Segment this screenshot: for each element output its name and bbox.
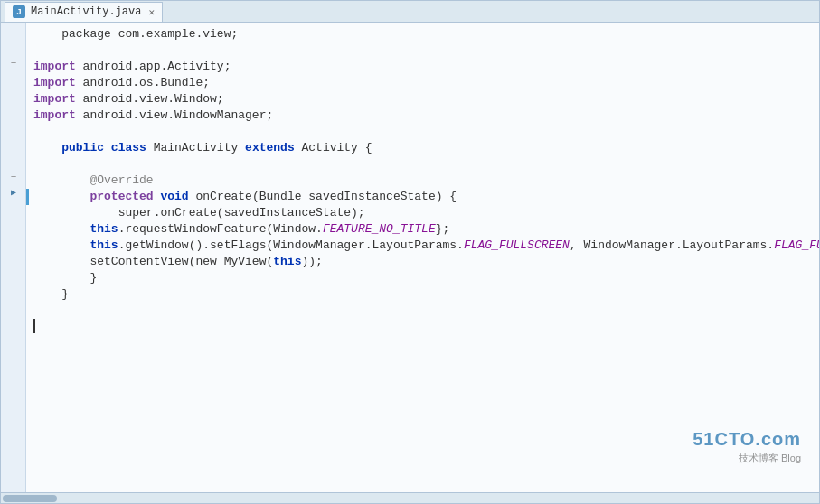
code-token: android.os.Bundle; xyxy=(76,75,210,91)
code-token: }; xyxy=(436,221,450,238)
scrollbar-thumb[interactable] xyxy=(3,495,57,502)
code-token: android.view.WindowManager; xyxy=(76,107,273,124)
gutter-item xyxy=(1,71,26,88)
code-token: import xyxy=(33,59,76,75)
code-token: extends xyxy=(245,140,295,156)
code-indent xyxy=(33,286,61,303)
code-editor[interactable]: −−▶ package com.example.view;import andr… xyxy=(1,23,819,492)
code-indent xyxy=(33,221,90,238)
code-token: void xyxy=(160,189,188,205)
code-token xyxy=(104,140,111,156)
code-area[interactable]: package com.example.view;import android.… xyxy=(26,23,819,492)
watermark-main-text: 51CTO.com xyxy=(693,429,801,450)
table-row: import android.app.Activity; xyxy=(33,59,819,75)
table-row xyxy=(33,156,819,173)
horizontal-scrollbar[interactable] xyxy=(1,492,819,503)
arrow-icon: ▶ xyxy=(11,185,16,201)
code-token: class xyxy=(111,140,146,156)
gutter-item xyxy=(1,250,26,266)
gutter-item xyxy=(1,104,26,120)
code-token: super.onCreate(savedInstanceState); xyxy=(118,205,365,221)
code-lines-container: package com.example.view;import android.… xyxy=(33,26,819,335)
code-token: public xyxy=(61,140,104,156)
gutter-item xyxy=(1,283,26,299)
code-token: .getWindow().setFlags(WindowManager.Layo… xyxy=(118,238,464,254)
code-token: MainActivity xyxy=(146,140,245,156)
editor-tab[interactable]: J MainActivity.java ✕ xyxy=(5,2,163,22)
code-indent xyxy=(33,238,90,254)
table-row xyxy=(33,42,819,59)
code-token: this xyxy=(90,238,118,254)
tab-filename: MainActivity.java xyxy=(31,5,141,18)
table-row xyxy=(33,124,819,140)
code-token: , WindowManager.LayoutParams. xyxy=(570,238,774,254)
code-indent xyxy=(33,205,118,221)
gutter-item: − xyxy=(1,55,26,71)
code-token: android.view.Window; xyxy=(76,91,224,107)
table-row: import android.os.Bundle; xyxy=(33,75,819,91)
editor-main: −−▶ package com.example.view;import andr… xyxy=(1,23,819,503)
table-row: @Override xyxy=(33,173,819,189)
table-row: } xyxy=(33,270,819,286)
table-row: package com.example.view; xyxy=(33,26,819,42)
line-marker xyxy=(26,189,29,205)
code-indent xyxy=(33,270,90,286)
code-token: setContentView(new MyView( xyxy=(90,254,273,270)
table-row: this.getWindow().setFlags(WindowManager.… xyxy=(33,238,819,254)
table-row: import android.view.WindowManager; xyxy=(33,107,819,124)
code-indent xyxy=(33,173,90,189)
code-token: onCreate(Bundle savedInstanceState) { xyxy=(189,189,457,205)
editor-window: J MainActivity.java ✕ −−▶ package com.ex… xyxy=(0,0,820,504)
table-row: } xyxy=(33,286,819,303)
code-token: package com.example.view; xyxy=(61,26,238,42)
code-token: } xyxy=(90,270,97,286)
gutter-item xyxy=(1,201,26,218)
code-token: import xyxy=(33,107,76,124)
code-token: Activity { xyxy=(295,140,372,156)
watermark-sub-text: 技术博客 Blog xyxy=(693,452,801,465)
code-token: import xyxy=(33,75,76,91)
table-row: import android.view.Window; xyxy=(33,91,819,107)
table-row: public class MainActivity extends Activi… xyxy=(33,140,819,156)
gutter-item xyxy=(1,299,26,315)
gutter-item xyxy=(1,234,26,250)
code-indent xyxy=(33,189,90,205)
tab-bar: J MainActivity.java ✕ xyxy=(1,1,819,23)
code-indent xyxy=(33,254,90,270)
gutter-item: ▶ xyxy=(1,185,26,201)
code-token: .requestWindowFeature(Window. xyxy=(118,221,323,238)
collapse-icon[interactable]: − xyxy=(11,55,17,71)
gutter-item: − xyxy=(1,169,26,185)
code-token: this xyxy=(90,221,118,238)
code-token: import xyxy=(33,91,76,107)
code-token: )); xyxy=(301,254,322,270)
line-gutter: −−▶ xyxy=(1,23,26,492)
code-token xyxy=(154,189,161,205)
code-token: @Override xyxy=(90,173,153,189)
table-row: protected void onCreate(Bundle savedInst… xyxy=(33,189,819,205)
java-file-icon: J xyxy=(13,5,25,18)
table-row: this.requestWindowFeature(Window.FEATURE… xyxy=(33,221,819,238)
code-token: } xyxy=(61,286,69,303)
code-token: FLAG_FULLSCREEN xyxy=(464,238,570,254)
table-row: super.onCreate(savedInstanceState); xyxy=(33,205,819,221)
watermark: 51CTO.com 技术博客 Blog xyxy=(693,429,801,465)
collapse-icon[interactable]: − xyxy=(11,169,17,185)
gutter-item xyxy=(1,39,26,55)
code-token: FEATURE_NO_TITLE xyxy=(323,221,436,238)
table-row xyxy=(33,303,819,319)
gutter-item xyxy=(1,120,26,136)
code-token: FLAG_FULLSCREEN xyxy=(774,238,819,254)
gutter-item xyxy=(1,153,26,169)
tab-close-button[interactable]: ✕ xyxy=(148,6,155,18)
table-row: setContentView(new MyView(this)); xyxy=(33,254,819,270)
code-token: android.app.Activity; xyxy=(76,59,231,75)
code-token: protected xyxy=(90,189,153,205)
gutter-item xyxy=(1,218,26,234)
gutter-item xyxy=(1,266,26,283)
cursor xyxy=(33,319,42,333)
code-token: this xyxy=(273,254,301,270)
gutter-item xyxy=(1,23,26,39)
gutter-item xyxy=(1,88,26,104)
code-indent xyxy=(33,26,61,42)
